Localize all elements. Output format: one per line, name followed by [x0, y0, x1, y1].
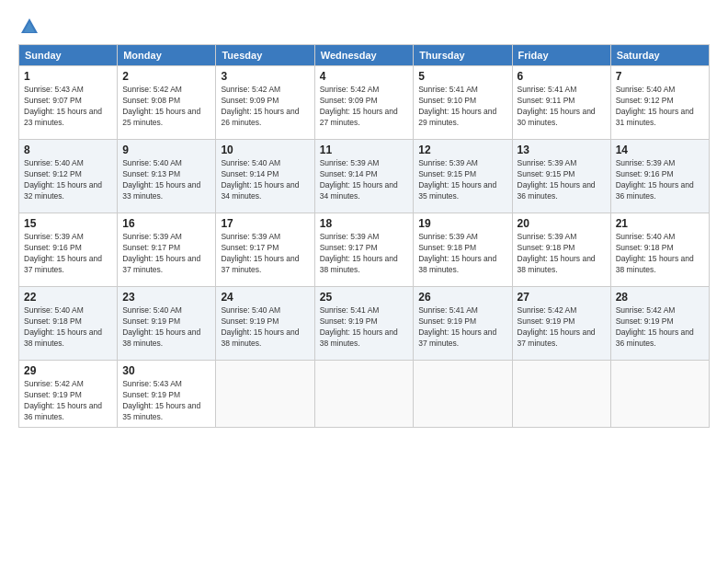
calendar-cell: 2Sunrise: 5:42 AMSunset: 9:08 PMDaylight… — [118, 66, 216, 140]
weekday-header-wednesday: Wednesday — [314, 45, 414, 66]
day-number: 14 — [616, 144, 704, 156]
day-info: Sunrise: 5:40 AMSunset: 9:18 PMDaylight:… — [24, 305, 112, 350]
calendar-cell: 21Sunrise: 5:40 AMSunset: 9:18 PMDayligh… — [610, 213, 709, 287]
header — [18, 17, 710, 35]
weekday-header-thursday: Thursday — [414, 45, 512, 66]
calendar-cell: 7Sunrise: 5:40 AMSunset: 9:12 PMDaylight… — [610, 66, 709, 140]
day-number: 21 — [616, 217, 704, 230]
calendar-cell: 24Sunrise: 5:40 AMSunset: 9:19 PMDayligh… — [216, 287, 314, 361]
day-number: 10 — [221, 144, 309, 156]
day-info: Sunrise: 5:39 AMSunset: 9:14 PMDaylight:… — [320, 158, 409, 202]
calendar-cell: 25Sunrise: 5:41 AMSunset: 9:19 PMDayligh… — [314, 287, 414, 361]
day-number: 27 — [518, 291, 606, 304]
day-info: Sunrise: 5:43 AMSunset: 9:19 PMDaylight:… — [122, 379, 210, 423]
logo-icon — [19, 17, 40, 37]
day-number: 5 — [418, 70, 506, 83]
day-number: 24 — [221, 291, 309, 304]
calendar-cell: 16Sunrise: 5:39 AMSunset: 9:17 PMDayligh… — [118, 213, 216, 287]
day-info: Sunrise: 5:39 AMSunset: 9:18 PMDaylight:… — [418, 232, 506, 276]
calendar-cell: 29Sunrise: 5:42 AMSunset: 9:19 PMDayligh… — [19, 361, 118, 428]
day-info: Sunrise: 5:39 AMSunset: 9:17 PMDaylight:… — [320, 232, 409, 276]
day-info: Sunrise: 5:42 AMSunset: 9:19 PMDaylight:… — [518, 305, 606, 350]
day-number: 12 — [418, 144, 506, 156]
calendar: SundayMondayTuesdayWednesdayThursdayFrid… — [18, 44, 710, 428]
day-info: Sunrise: 5:39 AMSunset: 9:15 PMDaylight:… — [518, 158, 606, 202]
weekday-header-monday: Monday — [118, 45, 216, 66]
day-info: Sunrise: 5:39 AMSunset: 9:16 PMDaylight:… — [24, 232, 112, 276]
day-info: Sunrise: 5:43 AMSunset: 9:07 PMDaylight:… — [24, 85, 112, 129]
day-number: 2 — [122, 70, 210, 83]
day-info: Sunrise: 5:40 AMSunset: 9:14 PMDaylight:… — [221, 158, 309, 202]
calendar-cell: 28Sunrise: 5:42 AMSunset: 9:19 PMDayligh… — [610, 287, 709, 361]
day-number: 9 — [122, 144, 210, 156]
calendar-cell: 5Sunrise: 5:41 AMSunset: 9:10 PMDaylight… — [414, 66, 512, 140]
calendar-cell: 26Sunrise: 5:41 AMSunset: 9:19 PMDayligh… — [414, 287, 512, 361]
day-info: Sunrise: 5:39 AMSunset: 9:15 PMDaylight:… — [418, 158, 506, 202]
day-number: 20 — [518, 217, 606, 230]
calendar-cell: 9Sunrise: 5:40 AMSunset: 9:13 PMDaylight… — [118, 140, 216, 213]
calendar-cell: 22Sunrise: 5:40 AMSunset: 9:18 PMDayligh… — [19, 287, 118, 361]
day-number: 30 — [122, 364, 210, 377]
calendar-week-3: 15Sunrise: 5:39 AMSunset: 9:16 PMDayligh… — [19, 213, 710, 287]
day-info: Sunrise: 5:40 AMSunset: 9:19 PMDaylight:… — [221, 305, 309, 350]
day-info: Sunrise: 5:41 AMSunset: 9:19 PMDaylight:… — [418, 305, 506, 350]
calendar-cell: 4Sunrise: 5:42 AMSunset: 9:09 PMDaylight… — [314, 66, 414, 140]
day-number: 26 — [418, 291, 506, 304]
day-number: 6 — [518, 70, 606, 83]
day-number: 29 — [24, 364, 112, 377]
day-number: 19 — [418, 217, 506, 230]
calendar-cell: 3Sunrise: 5:42 AMSunset: 9:09 PMDaylight… — [216, 66, 314, 140]
logo — [18, 17, 40, 35]
calendar-cell: 13Sunrise: 5:39 AMSunset: 9:15 PMDayligh… — [512, 140, 610, 213]
weekday-header-tuesday: Tuesday — [216, 45, 314, 66]
calendar-week-1: 1Sunrise: 5:43 AMSunset: 9:07 PMDaylight… — [19, 66, 710, 140]
calendar-cell — [216, 361, 314, 428]
day-info: Sunrise: 5:39 AMSunset: 9:17 PMDaylight:… — [122, 232, 210, 276]
calendar-cell — [314, 361, 414, 428]
day-info: Sunrise: 5:41 AMSunset: 9:11 PMDaylight:… — [518, 85, 606, 129]
calendar-cell: 18Sunrise: 5:39 AMSunset: 9:17 PMDayligh… — [314, 213, 414, 287]
day-info: Sunrise: 5:39 AMSunset: 9:18 PMDaylight:… — [518, 232, 606, 276]
day-number: 25 — [320, 291, 409, 304]
calendar-cell — [414, 361, 512, 428]
weekday-header-saturday: Saturday — [610, 45, 709, 66]
day-number: 4 — [320, 70, 409, 83]
calendar-cell: 17Sunrise: 5:39 AMSunset: 9:17 PMDayligh… — [216, 213, 314, 287]
day-info: Sunrise: 5:39 AMSunset: 9:17 PMDaylight:… — [221, 232, 309, 276]
day-number: 16 — [122, 217, 210, 230]
weekday-header-row: SundayMondayTuesdayWednesdayThursdayFrid… — [19, 45, 710, 66]
day-info: Sunrise: 5:42 AMSunset: 9:09 PMDaylight:… — [320, 85, 409, 129]
calendar-week-2: 8Sunrise: 5:40 AMSunset: 9:12 PMDaylight… — [19, 140, 710, 213]
calendar-cell: 27Sunrise: 5:42 AMSunset: 9:19 PMDayligh… — [512, 287, 610, 361]
calendar-cell: 14Sunrise: 5:39 AMSunset: 9:16 PMDayligh… — [610, 140, 709, 213]
day-info: Sunrise: 5:40 AMSunset: 9:12 PMDaylight:… — [24, 158, 112, 202]
day-info: Sunrise: 5:40 AMSunset: 9:13 PMDaylight:… — [122, 158, 210, 202]
day-info: Sunrise: 5:40 AMSunset: 9:12 PMDaylight:… — [616, 85, 704, 129]
day-number: 13 — [518, 144, 606, 156]
calendar-cell: 10Sunrise: 5:40 AMSunset: 9:14 PMDayligh… — [216, 140, 314, 213]
day-info: Sunrise: 5:40 AMSunset: 9:18 PMDaylight:… — [616, 232, 704, 276]
day-number: 8 — [24, 144, 112, 156]
calendar-cell: 15Sunrise: 5:39 AMSunset: 9:16 PMDayligh… — [19, 213, 118, 287]
calendar-cell: 11Sunrise: 5:39 AMSunset: 9:14 PMDayligh… — [314, 140, 414, 213]
calendar-cell — [512, 361, 610, 428]
day-number: 17 — [221, 217, 309, 230]
page: SundayMondayTuesdayWednesdayThursdayFrid… — [0, 0, 728, 563]
calendar-cell — [610, 361, 709, 428]
calendar-cell: 20Sunrise: 5:39 AMSunset: 9:18 PMDayligh… — [512, 213, 610, 287]
day-number: 3 — [221, 70, 309, 83]
day-info: Sunrise: 5:42 AMSunset: 9:19 PMDaylight:… — [616, 305, 704, 350]
day-info: Sunrise: 5:40 AMSunset: 9:19 PMDaylight:… — [122, 305, 210, 350]
calendar-week-5: 29Sunrise: 5:42 AMSunset: 9:19 PMDayligh… — [19, 361, 710, 428]
day-number: 15 — [24, 217, 112, 230]
calendar-cell: 30Sunrise: 5:43 AMSunset: 9:19 PMDayligh… — [118, 361, 216, 428]
day-info: Sunrise: 5:42 AMSunset: 9:19 PMDaylight:… — [24, 379, 112, 423]
calendar-cell: 12Sunrise: 5:39 AMSunset: 9:15 PMDayligh… — [414, 140, 512, 213]
calendar-cell: 6Sunrise: 5:41 AMSunset: 9:11 PMDaylight… — [512, 66, 610, 140]
day-number: 7 — [616, 70, 704, 83]
day-info: Sunrise: 5:42 AMSunset: 9:09 PMDaylight:… — [221, 85, 309, 129]
day-number: 11 — [320, 144, 409, 156]
weekday-header-friday: Friday — [512, 45, 610, 66]
day-info: Sunrise: 5:42 AMSunset: 9:08 PMDaylight:… — [122, 85, 210, 129]
calendar-cell: 23Sunrise: 5:40 AMSunset: 9:19 PMDayligh… — [118, 287, 216, 361]
